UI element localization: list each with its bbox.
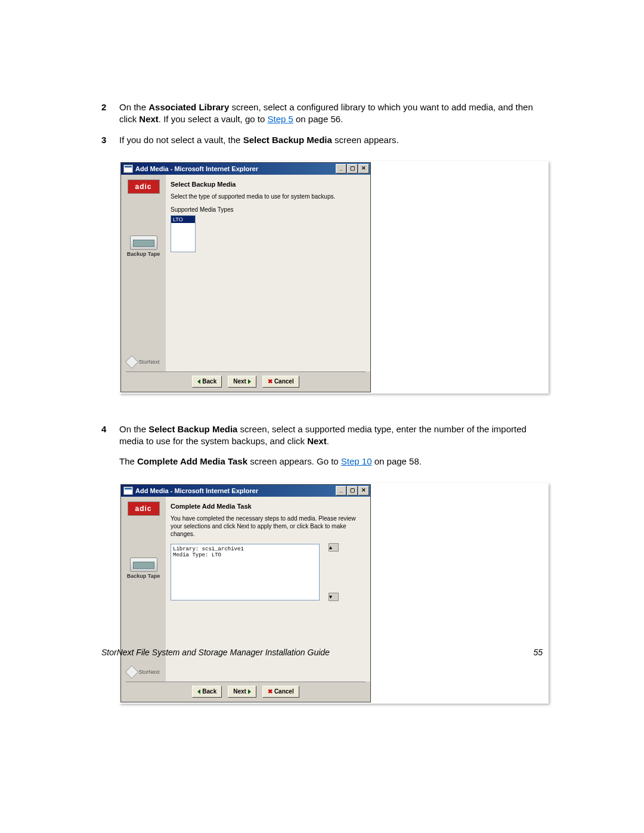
maximize-button[interactable]: ▢	[347, 164, 358, 174]
stornext-icon	[125, 665, 139, 679]
window-buttons: _ ▢ ✕	[336, 164, 369, 174]
stornext-icon	[125, 355, 139, 368]
button-label: Back	[202, 378, 216, 385]
step-number: 4	[101, 423, 119, 448]
sidebar-label: Backup Tape	[127, 251, 160, 257]
stornext-brand: StorNext	[127, 667, 159, 677]
sidebar-label: Backup Tape	[127, 573, 160, 579]
step-number: 3	[101, 134, 119, 146]
close-button[interactable]: ✕	[358, 486, 369, 496]
window-title: Add Media - Microsoft Internet Explorer	[135, 487, 258, 494]
cancel-button[interactable]: ✖ Cancel	[262, 686, 299, 698]
summary-line: Media Type: LTO	[173, 552, 317, 558]
step-number: 2	[101, 101, 119, 126]
cancel-icon: ✖	[268, 688, 273, 695]
step-body: On the Associated Library screen, select…	[119, 101, 549, 126]
text: The	[119, 456, 137, 466]
text: on page 56.	[293, 114, 343, 124]
button-label: Next	[233, 378, 246, 385]
titlebar: Add Media - Microsoft Internet Explorer …	[121, 163, 370, 175]
close-button[interactable]: ✕	[358, 164, 369, 174]
content-heading: Select Backup Media	[171, 181, 366, 188]
text: If you do not select a vault, the	[119, 135, 243, 145]
step-body: If you do not select a vault, the Select…	[119, 134, 549, 146]
bold: Next	[307, 436, 327, 446]
list-label: Supported Media Types	[171, 206, 366, 213]
stornext-label: StorNext	[138, 359, 159, 365]
bold: Next	[139, 114, 159, 124]
dialog-body: adic Backup Tape StorNext Select Backup …	[121, 175, 370, 371]
button-label: Next	[233, 688, 246, 695]
page-number: 55	[533, 648, 543, 657]
summary-line: Library: scsi_archive1	[173, 546, 317, 552]
content-instruction: You have completed the necessary steps t…	[171, 515, 366, 538]
cancel-icon: ✖	[268, 378, 273, 385]
text: on page 58.	[372, 456, 422, 466]
app-icon	[123, 487, 133, 495]
button-label: Cancel	[274, 378, 294, 385]
link-step10[interactable]: Step 10	[341, 456, 372, 466]
page-footer: StorNext File System and Storage Manager…	[101, 648, 543, 657]
stornext-label: StorNext	[138, 669, 159, 675]
tape-icon	[130, 236, 157, 250]
bold: Select Backup Media	[243, 135, 332, 145]
text: screen appears. Go to	[247, 456, 341, 466]
bold: Select Backup Media	[148, 424, 237, 434]
scroll-down-icon[interactable]: ▾	[329, 593, 339, 601]
media-types-listbox[interactable]: LTO	[171, 215, 196, 252]
dialog-footer: Back Next ✖ Cancel	[121, 682, 370, 702]
adic-logo: adic	[128, 179, 160, 194]
link-step5[interactable]: Step 5	[267, 114, 293, 124]
figure-select-backup-media: Add Media - Microsoft Internet Explorer …	[119, 161, 549, 394]
text: . If you select a vault, go to	[159, 114, 268, 124]
back-button[interactable]: Back	[192, 686, 222, 698]
dialog-footer: Back Next ✖ Cancel	[121, 371, 370, 392]
dialog-window: Add Media - Microsoft Internet Explorer …	[120, 162, 371, 392]
next-button[interactable]: Next	[228, 376, 256, 388]
content-area: Select Backup Media Select the type of s…	[166, 175, 370, 371]
content-heading: Complete Add Media Task	[171, 503, 366, 510]
cancel-button[interactable]: ✖ Cancel	[262, 376, 299, 388]
sidebar: adic Backup Tape StorNext	[121, 175, 166, 371]
button-label: Back	[202, 688, 216, 695]
tape-icon	[130, 558, 157, 572]
bold: Associated Library	[148, 102, 229, 112]
list-item[interactable]: LTO	[171, 216, 195, 223]
paragraph: The Complete Add Media Task screen appea…	[119, 456, 549, 467]
arrow-right-icon	[248, 689, 251, 694]
arrow-right-icon	[248, 379, 251, 384]
back-button[interactable]: Back	[192, 376, 222, 388]
dialog-window: Add Media - Microsoft Internet Explorer …	[120, 484, 371, 702]
text: On the	[119, 102, 148, 112]
window-title: Add Media - Microsoft Internet Explorer	[135, 165, 258, 172]
text: On the	[119, 424, 148, 434]
adic-logo: adic	[128, 501, 160, 516]
footer-title: StorNext File System and Storage Manager…	[101, 648, 330, 657]
step-2: 2 On the Associated Library screen, sele…	[101, 101, 549, 126]
figure-complete-add-media: Add Media - Microsoft Internet Explorer …	[119, 483, 549, 704]
step-3: 3 If you do not select a vault, the Sele…	[101, 134, 549, 146]
window-buttons: _ ▢ ✕	[336, 486, 369, 496]
summary-textarea[interactable]: Library: scsi_archive1 Media Type: LTO	[171, 544, 320, 600]
document-page: 2 On the Associated Library screen, sele…	[0, 0, 644, 833]
step-body: On the Select Backup Media screen, selec…	[119, 423, 549, 448]
step-4: 4 On the Select Backup Media screen, sel…	[101, 423, 549, 448]
arrow-left-icon	[197, 379, 200, 384]
text: .	[327, 436, 329, 446]
titlebar: Add Media - Microsoft Internet Explorer …	[121, 485, 370, 497]
minimize-button[interactable]: _	[336, 164, 346, 174]
arrow-left-icon	[197, 689, 200, 694]
maximize-button[interactable]: ▢	[347, 486, 358, 496]
bold: Complete Add Media Task	[137, 456, 247, 466]
minimize-button[interactable]: _	[336, 486, 346, 496]
stornext-brand: StorNext	[127, 357, 159, 367]
app-icon	[123, 165, 133, 173]
button-label: Cancel	[274, 688, 294, 695]
scroll-up-icon[interactable]: ▴	[329, 543, 339, 552]
content-instruction: Select the type of supported media to us…	[171, 193, 366, 200]
text: screen appears.	[332, 135, 399, 145]
next-button[interactable]: Next	[228, 686, 256, 698]
